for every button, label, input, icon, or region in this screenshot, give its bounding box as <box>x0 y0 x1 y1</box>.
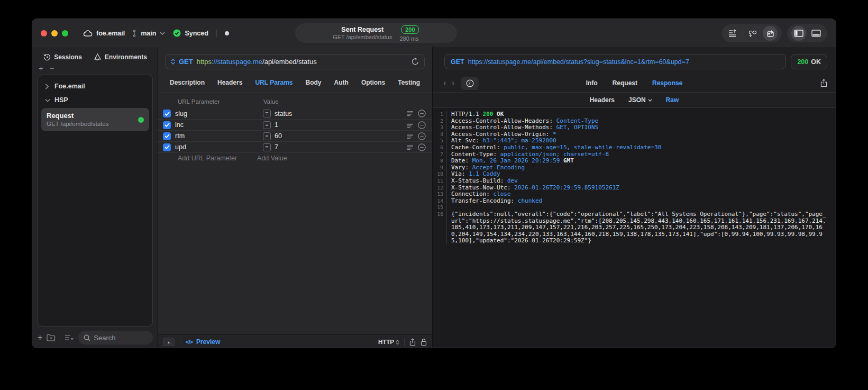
request-tab-url-params[interactable]: URL Params <box>255 79 293 86</box>
app-window: foe.email main Synced Sent Request GET /… <box>32 19 836 348</box>
param-enabled-checkbox[interactable] <box>163 132 171 140</box>
project-name[interactable]: foe.email <box>96 30 125 37</box>
param-options-icon[interactable] <box>407 133 414 139</box>
request-tab-options[interactable]: Options <box>361 79 385 86</box>
resend-request-icon[interactable] <box>412 58 419 66</box>
remove-param-icon[interactable] <box>418 110 426 117</box>
share-icon <box>820 79 827 87</box>
sent-request-url-bar[interactable]: GET https://statuspage.me/api/embed/stat… <box>444 54 786 69</box>
request-url[interactable]: https://statuspage.me/api/embed/status <box>197 58 317 66</box>
response-tab-info[interactable]: Info <box>586 79 598 87</box>
response-subtab-json[interactable]: JSON <box>628 96 652 104</box>
toggle-bottom-panel-button[interactable] <box>808 26 825 41</box>
request-tab-testing[interactable]: Testing <box>398 79 420 86</box>
param-name[interactable]: inc <box>175 121 263 129</box>
param-row[interactable]: rtm = 60 <box>158 130 432 141</box>
param-value[interactable]: 7 <box>275 143 407 151</box>
line-number: 15 <box>433 204 446 211</box>
lock-button[interactable] <box>421 338 427 346</box>
tree-group-hsp[interactable]: HSP <box>41 93 150 107</box>
response-body[interactable]: 1HTTP/1.1 200 OK2Access-Control-Allow-He… <box>433 107 836 348</box>
zoom-button[interactable] <box>62 30 68 37</box>
param-value[interactable]: 60 <box>275 132 407 140</box>
param-operator[interactable]: = <box>263 121 271 129</box>
param-options-icon[interactable] <box>407 111 414 116</box>
tree-group-foe-email[interactable]: Foe.email <box>41 79 150 93</box>
new-folder-button[interactable] <box>47 334 56 341</box>
add-request-button[interactable]: + <box>38 333 42 342</box>
search-icon <box>84 334 90 341</box>
import-request-button[interactable] <box>763 26 778 41</box>
param-row[interactable]: slug = status <box>158 108 432 119</box>
response-subtab-raw[interactable]: Raw <box>666 96 679 104</box>
param-row[interactable]: upd = 7 <box>158 141 432 152</box>
param-name[interactable]: slug <box>175 110 263 117</box>
param-operator[interactable]: = <box>263 110 271 117</box>
chevron-right-icon[interactable] <box>45 84 50 89</box>
flow-download-button[interactable] <box>744 26 761 41</box>
param-options-icon[interactable] <box>407 144 414 150</box>
request-tab-description[interactable]: Description <box>170 79 205 86</box>
line-number: 11 <box>433 178 446 185</box>
close-button[interactable] <box>41 30 47 37</box>
param-value[interactable]: 1 <box>275 121 407 129</box>
request-tab-body[interactable]: Body <box>306 79 322 86</box>
line-number: 8 <box>433 158 446 165</box>
param-enabled-checkbox[interactable] <box>163 121 171 129</box>
request-method[interactable]: GET <box>179 58 193 66</box>
add-param-row[interactable]: Add URL Parameter Add Value <box>158 152 432 164</box>
param-enabled-checkbox[interactable] <box>163 110 171 117</box>
export-response-button[interactable] <box>820 79 827 87</box>
param-operator[interactable]: = <box>263 143 271 151</box>
chevron-down-icon[interactable] <box>45 98 50 102</box>
param-enabled-checkbox[interactable] <box>163 143 171 151</box>
line-number: 14 <box>433 198 446 205</box>
sidebar-search-input[interactable]: Search <box>78 331 153 344</box>
request-tab-auth[interactable]: Auth <box>334 79 349 86</box>
sort-filter-button[interactable] <box>65 334 74 341</box>
active-request-pill[interactable]: Sent Request GET /api/embed/status 200 2… <box>295 23 456 43</box>
panel-left-icon <box>794 30 803 37</box>
toggle-left-panel-button[interactable] <box>791 26 806 41</box>
protocol-selector[interactable]: HTTP <box>378 339 399 345</box>
request-tab-headers[interactable]: Headers <box>217 79 242 86</box>
request-url-bar[interactable]: GET https://statuspage.me/api/embed/stat… <box>165 54 425 69</box>
method-selector-icon[interactable] <box>171 59 175 65</box>
chevron-down-icon[interactable] <box>160 32 165 35</box>
history-forward-button[interactable]: › <box>452 78 455 88</box>
param-value[interactable]: status <box>275 110 407 117</box>
add-value-placeholder[interactable]: Add Value <box>245 155 287 162</box>
tree-group-label: Foe.email <box>54 83 85 90</box>
expand-drawer-button[interactable]: ▲ <box>163 338 175 346</box>
sidebar: Sessions Environments + − Foe.email <box>32 47 157 348</box>
preview-button[interactable]: </> Preview <box>186 338 220 346</box>
param-name[interactable]: rtm <box>175 132 263 140</box>
remove-param-icon[interactable] <box>418 132 426 140</box>
response-tab-request[interactable]: Request <box>613 79 637 87</box>
minimize-button[interactable] <box>51 30 58 37</box>
tab-environments[interactable]: Environments <box>94 53 147 61</box>
request-list-item-selected[interactable]: Request GET /api/embed/status <box>41 108 149 131</box>
request-list-export-button[interactable] <box>725 26 742 41</box>
history-back-button[interactable]: ‹ <box>443 78 446 88</box>
response-subtab-headers[interactable]: Headers <box>590 96 615 104</box>
add-url-parameter-placeholder[interactable]: Add URL Parameter <box>158 155 245 162</box>
request-tabs: DescriptionHeadersURL ParamsBodyAuthOpti… <box>158 75 432 93</box>
param-row[interactable]: inc = 1 <box>158 119 432 130</box>
response-method: GET <box>451 58 464 66</box>
tab-sessions[interactable]: Sessions <box>43 53 82 61</box>
param-operator[interactable]: = <box>263 132 271 140</box>
tree-group-label: HSP <box>54 96 68 104</box>
line-content: Transfer-Encoding: chunked <box>446 198 828 205</box>
tab-sessions-label: Sessions <box>54 53 82 61</box>
branch-name[interactable]: main <box>141 30 156 37</box>
remove-param-icon[interactable] <box>418 143 426 151</box>
param-options-icon[interactable] <box>407 122 414 128</box>
history-button[interactable] <box>461 77 479 90</box>
add-session-button[interactable]: + <box>39 65 43 71</box>
remove-param-icon[interactable] <box>418 121 426 129</box>
param-name[interactable]: upd <box>175 143 263 151</box>
share-request-button[interactable] <box>409 338 416 346</box>
remove-session-button[interactable]: − <box>50 65 54 71</box>
response-tab-response[interactable]: Response <box>652 79 682 87</box>
